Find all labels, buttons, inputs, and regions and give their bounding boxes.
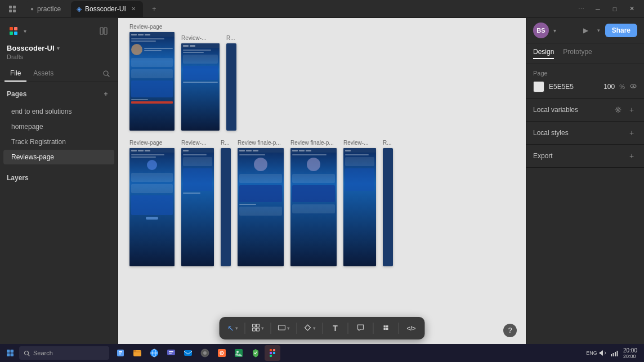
svg-rect-21 (386, 328, 388, 330)
page-item-track-registration[interactable]: Track Registration (3, 135, 114, 149)
page-item-reviews-page[interactable]: Reviews-page (3, 150, 114, 164)
avatar-chevron[interactable]: ▾ (553, 28, 556, 34)
page-item-end-to-end[interactable]: end to end solutions (3, 104, 114, 119)
toolbar-sep-6 (373, 323, 374, 334)
systray: ENG 20:00 20:00 (585, 347, 642, 359)
assets-tab[interactable]: Assets (28, 66, 59, 82)
tab-practice[interactable]: ● practice (25, 1, 66, 17)
pages-list: end to end solutions homepage Track Regi… (0, 104, 118, 165)
tab-practice-label: practice (37, 5, 61, 13)
svg-rect-57 (615, 352, 616, 356)
frame-review-9[interactable]: Review-... (343, 140, 376, 266)
layers-section[interactable]: Layers (0, 169, 118, 186)
select-chevron: ▾ (235, 325, 238, 331)
frame-icon (252, 324, 260, 333)
select-icon: ↖ (227, 324, 234, 333)
taskbar-app-mail[interactable] (180, 345, 196, 361)
taskbar-app-settings[interactable] (197, 345, 213, 361)
components-icon (382, 324, 390, 333)
select-tool-button[interactable]: ↖ ▾ (224, 319, 242, 337)
play-button[interactable]: ▶ (579, 24, 593, 37)
frame-review-finale-8[interactable]: Review finale-p... (290, 140, 337, 266)
panel-toggle-button[interactable] (96, 24, 111, 38)
minimize-button[interactable]: ─ (590, 2, 606, 16)
frame-tool-button[interactable]: ▾ (249, 319, 267, 337)
taskbar-app-photos[interactable] (231, 345, 247, 361)
user-avatar[interactable]: BS (533, 23, 549, 38)
taskbar-app-explorer[interactable] (129, 345, 145, 361)
close-button[interactable]: ✕ (624, 2, 639, 16)
text-tool-button[interactable]: T (327, 319, 345, 337)
taskbar-app-chat[interactable] (163, 345, 179, 361)
start-button[interactable] (2, 345, 18, 361)
volume-icon[interactable] (598, 348, 607, 357)
bottom-toolbar: ↖ ▾ ▾ (220, 317, 425, 339)
rectangle-tool-button[interactable]: ▾ (275, 319, 293, 337)
taskbar-app-music[interactable] (214, 345, 230, 361)
svg-rect-35 (133, 350, 136, 352)
share-button[interactable]: Share (605, 24, 637, 37)
add-page-button[interactable]: + (101, 89, 111, 99)
play-dropdown-button[interactable]: ▾ (595, 24, 603, 37)
tab-prototype[interactable]: Prototype (563, 48, 592, 59)
language-indicator[interactable]: ENG (587, 348, 596, 357)
network-icon[interactable] (610, 348, 619, 357)
tab-bosscoder-ui[interactable]: ◈ Bosscoder-UI ✕ (71, 1, 143, 17)
svg-rect-51 (273, 349, 275, 351)
play-icon: ▶ (583, 26, 588, 34)
frame-r-6[interactable]: R... (221, 140, 231, 266)
pages-section-header[interactable]: Pages + (0, 84, 118, 104)
page-item-homepage[interactable]: homepage (3, 119, 114, 134)
svg-rect-20 (384, 328, 386, 330)
color-opacity: 100 (603, 83, 615, 91)
taskbar-app-security[interactable] (248, 345, 263, 361)
toolbar-sep-7 (399, 323, 399, 334)
file-tab[interactable]: File (5, 66, 26, 82)
page-color-row: E5E5E5 100 % (533, 81, 637, 92)
color-value: E5E5E5 (549, 83, 599, 91)
frame-review-2[interactable]: Review-... (181, 35, 220, 131)
more-options-button[interactable]: ⋯ (573, 2, 589, 16)
local-styles-row: Local styles + (533, 127, 637, 138)
code-tool-button[interactable]: </> (402, 319, 421, 337)
frame-r-3[interactable]: R... (226, 35, 236, 131)
taskbar-app-figma[interactable] (265, 345, 280, 361)
help-button[interactable]: ? (503, 324, 517, 337)
pen-tool-button[interactable]: ▾ (301, 319, 319, 337)
toolbar-sep-4 (323, 323, 323, 334)
logo-area[interactable]: ▾ (7, 24, 26, 38)
local-variables-settings[interactable] (612, 104, 624, 115)
svg-rect-2 (9, 10, 12, 12)
canvas[interactable]: Review-page (118, 18, 526, 362)
frame-review-page-4[interactable]: Review-page (129, 140, 175, 266)
svg-rect-25 (7, 350, 10, 353)
system-time[interactable]: 20:00 20:00 (621, 347, 639, 359)
local-styles-add[interactable]: + (626, 127, 637, 138)
taskbar-search[interactable]: Search (19, 346, 109, 360)
frame-review-5[interactable]: Review-... (181, 140, 214, 266)
search-button[interactable] (100, 67, 113, 81)
comment-tool-button[interactable] (352, 319, 370, 337)
maximize-button[interactable]: □ (607, 2, 623, 16)
export-add[interactable]: + (626, 150, 637, 162)
code-icon: </> (407, 325, 416, 332)
tab-design[interactable]: Design (533, 48, 554, 59)
tab-close-button[interactable]: ✕ (129, 5, 137, 13)
svg-rect-32 (119, 351, 122, 352)
new-tab-button[interactable]: + (147, 2, 161, 16)
local-variables-add[interactable]: + (626, 104, 637, 115)
color-swatch[interactable] (533, 81, 544, 92)
project-title[interactable]: Bosscoder-UI ▾ (0, 44, 118, 53)
svg-rect-27 (7, 354, 10, 357)
frame-review-finale-7[interactable]: Review finale-p... (238, 140, 284, 266)
frame-review-page-1[interactable]: Review-page (129, 24, 175, 131)
visibility-icon[interactable] (629, 82, 637, 92)
taskbar-app-browser[interactable] (146, 345, 162, 361)
svg-rect-3 (13, 10, 16, 12)
frame-r-10[interactable]: R... (383, 140, 393, 266)
opacity-symbol: % (619, 83, 625, 90)
home-button[interactable] (5, 1, 20, 17)
components-tool-button[interactable] (377, 319, 395, 337)
taskbar-app-files[interactable] (113, 345, 128, 361)
svg-rect-52 (270, 352, 272, 354)
